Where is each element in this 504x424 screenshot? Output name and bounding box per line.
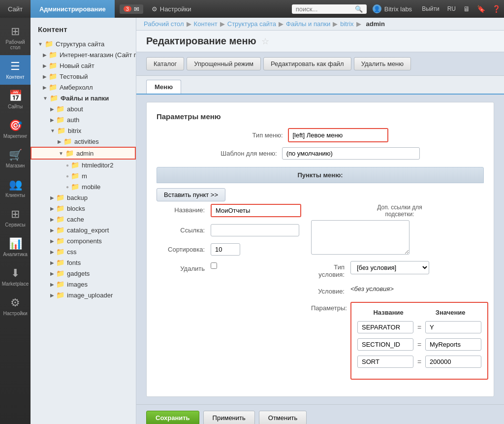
- param-name-2[interactable]: [357, 338, 413, 351]
- bookmark-icon[interactable]: 🔖: [473, 5, 489, 13]
- link-label: Ссылка:: [157, 224, 211, 234]
- cancel-button[interactable]: Отменить: [259, 411, 307, 424]
- settings-sidebar-icon: ⚙: [10, 296, 20, 309]
- tree-item-gadgets[interactable]: ▶ 📁 gadgets: [31, 268, 136, 279]
- delete-checkbox[interactable]: [211, 262, 217, 269]
- user-menu[interactable]: 👤 Bitrix labs: [367, 4, 418, 13]
- name-input[interactable]: [212, 205, 300, 216]
- tree-item-label: blocks: [67, 205, 85, 212]
- edit-as-file-btn[interactable]: Редактировать как файл: [263, 57, 351, 70]
- tree-item-css[interactable]: ▶ 📁 css: [31, 246, 136, 257]
- help-icon[interactable]: ❓: [489, 5, 504, 13]
- tree-item-fonts[interactable]: ▶ 📁 fonts: [31, 257, 136, 268]
- sidebar-item-services[interactable]: ⊞ Сервисы: [0, 203, 31, 232]
- param-value-1[interactable]: [425, 321, 481, 333]
- tree-item-cache[interactable]: ▶ 📁 cache: [31, 214, 136, 225]
- tree-item-label: auth: [67, 116, 79, 124]
- tree-item-images[interactable]: ▶ 📁 images: [31, 279, 136, 290]
- addlinks-section: Доп. ссылки дляподсветки:: [311, 204, 488, 256]
- tree-item-label: Файлы и папки: [61, 95, 109, 102]
- sidebar-item-shop[interactable]: 🛒 Магазин: [0, 144, 31, 173]
- tree-item-bitrix[interactable]: ▼ 📁 bitrix: [31, 125, 136, 136]
- addlinks-label: Доп. ссылки дляподсветки:: [311, 204, 488, 218]
- condition-type-select[interactable]: [без условия] [страница] [раздел]: [350, 261, 429, 274]
- tree-item-amber[interactable]: ▶ 📁 Амберхолл: [31, 82, 136, 93]
- search-box: 🔍: [292, 4, 367, 14]
- folder-icon: 📁: [56, 204, 64, 212]
- addlinks-textarea[interactable]: [311, 220, 410, 255]
- sidebar-item-settings[interactable]: ⚙ Настройки: [0, 292, 31, 321]
- tree-item-label: bitrix: [68, 127, 81, 134]
- tree-item-activities[interactable]: ▶ 📁 activities: [31, 136, 136, 147]
- tree-item-internet-shop[interactable]: ▶ 📁 Интернет-магазин (Сайт по у: [31, 49, 136, 60]
- tree-item-m[interactable]: ● 📁 m: [31, 170, 136, 181]
- catalog-btn[interactable]: Каталог: [146, 57, 184, 70]
- folder-icon: 📁: [49, 62, 57, 69]
- tree-item-test[interactable]: ▶ 📁 Тестовый: [31, 71, 136, 82]
- clients-icon: 👥: [9, 178, 22, 191]
- insert-point-btn[interactable]: Вставить пункт >>: [157, 188, 225, 201]
- monitor-icon[interactable]: 🖥: [460, 5, 473, 13]
- admin-tab[interactable]: Администрирование: [31, 0, 115, 18]
- sidebar-item-clients[interactable]: 👥 Клиенты: [0, 173, 31, 203]
- apply-button[interactable]: Применить: [203, 411, 255, 424]
- delete-menu-btn[interactable]: Удалить меню: [354, 57, 411, 70]
- tree-item-components[interactable]: ▶ 📁 components: [31, 235, 136, 246]
- menu-type-select[interactable]: [left] Левое меню[top] Верхнее меню[foot…: [289, 129, 387, 141]
- tree-item-label: mobile: [82, 183, 100, 191]
- tree-item-about[interactable]: ▶ 📁 about: [31, 103, 136, 114]
- folder-icon: 📁: [56, 105, 64, 113]
- breadcrumb-current: admin: [366, 20, 385, 28]
- lang-btn[interactable]: RU: [443, 5, 460, 12]
- tree-item-structure[interactable]: ▼ 📁 Структура сайта: [31, 38, 136, 49]
- favorite-icon[interactable]: ☆: [261, 36, 269, 47]
- param-value-3[interactable]: [425, 356, 481, 368]
- arrow-right-icon: ▶: [43, 85, 47, 90]
- tree-item-backup[interactable]: ▶ 📁 backup: [31, 192, 136, 203]
- link-row: Ссылка:: [157, 224, 301, 236]
- tree-item-mobile[interactable]: ● 📁 mobile: [31, 181, 136, 192]
- breadcrumb-workdesk[interactable]: Рабочий стол: [144, 20, 184, 28]
- sidebar-item-marketing[interactable]: 🎯 Маркетинг: [0, 114, 31, 144]
- breadcrumb-files[interactable]: Файлы и папки: [286, 20, 330, 28]
- tree-item-label: backup: [67, 194, 88, 201]
- sidebar-item-content[interactable]: ☰ Контент: [0, 55, 31, 85]
- template-input[interactable]: [282, 147, 420, 160]
- notification-icon: ✉: [134, 5, 139, 13]
- exit-btn[interactable]: Выйти: [418, 5, 443, 12]
- settings-btn[interactable]: ⚙ Настройки: [143, 5, 197, 13]
- tree-item-new-site[interactable]: ▶ 📁 Новый сайт: [31, 60, 136, 71]
- tree-item-files[interactable]: ▼ 📁 Файлы и папки: [31, 93, 136, 103]
- site-tab[interactable]: Сайт: [0, 0, 31, 18]
- sort-input[interactable]: [211, 243, 240, 256]
- breadcrumb-content[interactable]: Контент: [194, 20, 218, 28]
- param-name-1[interactable]: [357, 321, 413, 333]
- breadcrumb-structure[interactable]: Структура сайта: [227, 20, 276, 28]
- sidebar-item-workdesk[interactable]: ⊞ Рабочий стол: [0, 20, 31, 55]
- folder-icon: 📁: [49, 83, 57, 91]
- param-value-2[interactable]: [425, 338, 481, 351]
- params-label: Параметры:: [311, 302, 350, 312]
- folder-icon: 📁: [56, 226, 64, 234]
- insert-btn-row: Вставить пункт >>: [157, 183, 484, 204]
- tree-item-htmleditor2[interactable]: ● 📁 htmleditor2: [31, 160, 136, 170]
- sidebar-item-sites[interactable]: 📅 Сайты: [0, 85, 31, 114]
- simplified-btn[interactable]: Упрощенный режим: [187, 57, 261, 70]
- analytics-icon: 📊: [9, 237, 22, 250]
- tree-item-image-uploader[interactable]: ▶ 📁 image_uploader: [31, 290, 136, 300]
- settings-label: Настройки: [160, 5, 191, 13]
- sidebar-item-marketplace[interactable]: ⬇ Marketplace: [0, 262, 31, 292]
- breadcrumb-bitrix[interactable]: bitrix: [340, 20, 353, 28]
- tree-item-blocks[interactable]: ▶ 📁 blocks: [31, 203, 136, 214]
- arrow-down-icon: ▼: [38, 41, 43, 47]
- tree-item-catalog-export[interactable]: ▶ 📁 catalog_export: [31, 225, 136, 235]
- notification-btn[interactable]: 3 ✉: [120, 4, 143, 14]
- save-button[interactable]: Сохранить: [146, 411, 199, 424]
- param-name-3[interactable]: [357, 356, 413, 368]
- tab-menu[interactable]: Меню: [146, 80, 181, 94]
- tree-item-admin[interactable]: ▼ 📁 admin: [31, 147, 136, 160]
- tree-item-auth[interactable]: ▶ 📁 auth: [31, 114, 136, 125]
- sidebar-item-analytics[interactable]: 📊 Аналитика: [0, 232, 31, 262]
- search-input[interactable]: [296, 5, 355, 13]
- link-input[interactable]: [211, 224, 299, 236]
